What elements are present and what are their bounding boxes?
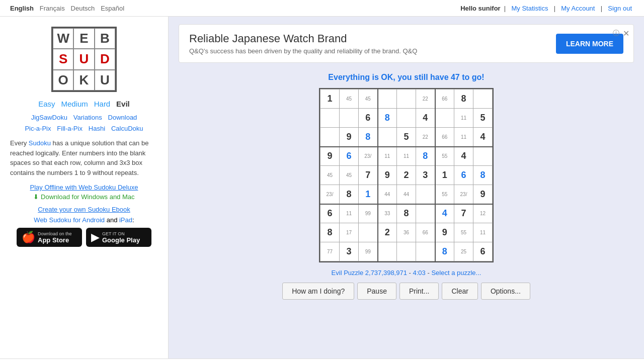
cell-0-8[interactable] (473, 89, 493, 109)
cell-7-1[interactable]: 17 (340, 223, 359, 242)
cell-2-1[interactable]: 9 (340, 128, 359, 147)
cell-6-2[interactable]: 99 (359, 204, 378, 223)
cell-4-0[interactable]: 45 (320, 166, 340, 185)
cell-1-4[interactable] (397, 109, 416, 128)
cell-7-4[interactable]: 36 (397, 223, 416, 242)
cell-5-0[interactable]: 23/ (320, 185, 340, 204)
cell-3-3[interactable]: 11 (378, 147, 397, 166)
cell-5-8[interactable]: 9 (473, 185, 493, 204)
puzzle-label-link[interactable]: Evil Puzzle 2,737,398,971 (332, 269, 407, 277)
select-puzzle-link[interactable]: Select a puzzle... (431, 269, 481, 277)
cell-6-3[interactable]: 33 (378, 204, 397, 223)
clear-button[interactable]: Clear (442, 283, 477, 300)
cell-0-3[interactable] (378, 89, 397, 109)
app-store-badge[interactable]: 🍎 Download on the App Store (17, 228, 82, 247)
cell-6-6[interactable]: 4 (435, 204, 454, 223)
nav-variations[interactable]: Variations (73, 114, 102, 121)
cell-0-5[interactable]: 22 (416, 89, 435, 109)
cell-4-5[interactable]: 3 (416, 166, 435, 185)
cell-5-7[interactable]: 23/ (454, 185, 473, 204)
cell-2-4[interactable]: 5 (397, 128, 416, 147)
cell-7-5[interactable]: 66 (416, 223, 435, 242)
cell-5-3[interactable]: 44 (378, 185, 397, 204)
cell-0-7[interactable]: 8 (454, 89, 473, 109)
cell-3-8[interactable] (473, 147, 493, 166)
cell-8-8[interactable]: 6 (473, 242, 493, 261)
nav-calcudoku[interactable]: CalcuDoku (111, 125, 143, 132)
cell-4-8[interactable]: 8 (473, 166, 493, 185)
cell-5-6[interactable]: 55 (435, 185, 454, 204)
nav-jigsawdoku[interactable]: JigSawDoku (31, 114, 67, 121)
cell-1-2[interactable]: 6 (359, 109, 378, 128)
cell-5-5[interactable] (416, 185, 435, 204)
cell-7-2[interactable] (359, 223, 378, 242)
cell-8-7[interactable]: 25 (454, 242, 473, 261)
how-am-i-doing-button[interactable]: How am I doing? (282, 283, 354, 300)
sudoku-link[interactable]: Sudoku (29, 139, 51, 147)
cell-6-4[interactable]: 8 (397, 204, 416, 223)
difficulty-easy[interactable]: Easy (38, 100, 55, 108)
cell-8-3[interactable] (378, 242, 397, 261)
print-button[interactable]: Print... (399, 283, 439, 300)
cell-5-4[interactable]: 44 (397, 185, 416, 204)
cell-2-6[interactable]: 66 (435, 128, 454, 147)
cell-7-7[interactable]: 55 (454, 223, 473, 242)
cell-8-6[interactable]: 8 (435, 242, 454, 261)
cell-3-0[interactable]: 9 (320, 147, 340, 166)
lang-deutsch[interactable]: Deutsch (71, 5, 95, 12)
ipad-link[interactable]: iPad (119, 216, 132, 224)
difficulty-medium[interactable]: Medium (61, 100, 88, 108)
cell-5-2[interactable]: 1 (359, 185, 378, 204)
cell-3-2[interactable]: 23/ (359, 147, 378, 166)
cell-4-1[interactable]: 45 (340, 166, 359, 185)
cell-1-5[interactable]: 4 (416, 109, 435, 128)
nav-pic-a-pix[interactable]: Pic-a-Pix (25, 125, 51, 132)
cell-6-5[interactable] (416, 204, 435, 223)
sudoku-grid[interactable]: 145452266868411598522661149623/111185544… (319, 88, 494, 262)
cell-0-0[interactable]: 1 (320, 89, 340, 109)
cell-1-6[interactable] (435, 109, 454, 128)
cell-4-4[interactable]: 2 (397, 166, 416, 185)
cell-3-1[interactable]: 6 (340, 147, 359, 166)
lang-espanol[interactable]: Español (101, 5, 124, 12)
cell-8-5[interactable] (416, 242, 435, 261)
cell-4-3[interactable]: 9 (378, 166, 397, 185)
cell-1-7[interactable]: 11 (454, 109, 473, 128)
cell-2-3[interactable] (378, 128, 397, 147)
cell-2-8[interactable]: 4 (473, 128, 493, 147)
cell-7-3[interactable]: 2 (378, 223, 397, 242)
cell-4-7[interactable]: 6 (454, 166, 473, 185)
options-button[interactable]: Options... (481, 283, 530, 300)
cell-2-2[interactable]: 8 (359, 128, 378, 147)
cell-3-4[interactable]: 11 (397, 147, 416, 166)
cell-7-8[interactable]: 11 (473, 223, 493, 242)
cell-0-1[interactable]: 45 (340, 89, 359, 109)
cell-6-0[interactable]: 6 (320, 204, 340, 223)
cell-8-4[interactable] (397, 242, 416, 261)
my-account-link[interactable]: My Account (561, 5, 595, 12)
cell-0-4[interactable] (397, 89, 416, 109)
create-link[interactable]: Create your own Sudoku Ebook (10, 206, 158, 213)
ad-info-icon[interactable]: ⓘ (613, 29, 619, 38)
cell-2-5[interactable]: 22 (416, 128, 435, 147)
cell-8-0[interactable]: 77 (320, 242, 340, 261)
cell-4-6[interactable]: 1 (435, 166, 454, 185)
nav-download[interactable]: Download (108, 114, 137, 121)
cell-3-5[interactable]: 8 (416, 147, 435, 166)
cell-8-1[interactable]: 3 (340, 242, 359, 261)
cell-7-6[interactable]: 9 (435, 223, 454, 242)
cell-4-2[interactable]: 7 (359, 166, 378, 185)
cell-1-3[interactable]: 8 (378, 109, 397, 128)
cell-1-8[interactable]: 5 (473, 109, 493, 128)
ad-close-icon[interactable]: ✕ (623, 29, 629, 38)
google-play-badge[interactable]: ▶ GET IT ON Google Play (86, 228, 151, 247)
cell-8-2[interactable]: 99 (359, 242, 378, 261)
pause-button[interactable]: Pause (357, 283, 396, 300)
cell-1-1[interactable] (340, 109, 359, 128)
my-statistics-link[interactable]: My Statistics (511, 5, 548, 12)
cell-2-7[interactable]: 11 (454, 128, 473, 147)
difficulty-evil[interactable]: Evil (116, 100, 130, 108)
nav-fill-a-pix[interactable]: Fill-a-Pix (57, 125, 83, 132)
cell-2-0[interactable] (320, 128, 340, 147)
sign-out-link[interactable]: Sign out (608, 5, 632, 12)
